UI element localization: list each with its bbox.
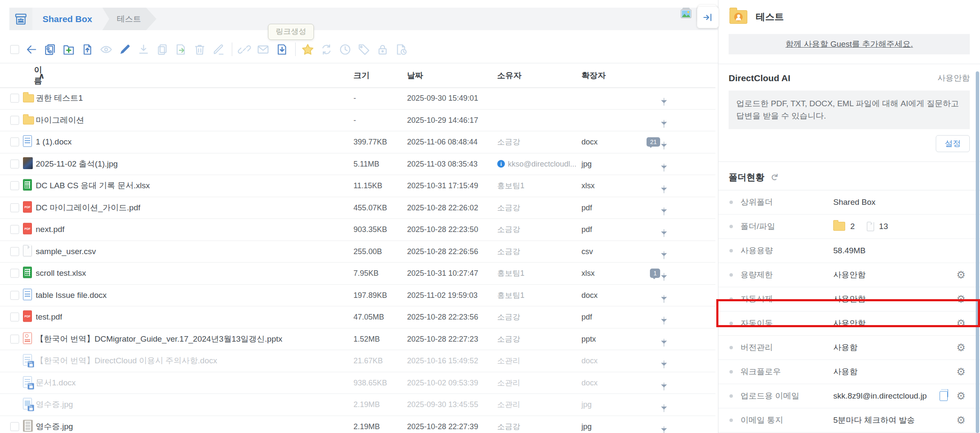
history-icon[interactable] [339, 43, 352, 56]
column-header-owner[interactable]: 소유자 [497, 70, 521, 81]
table-row[interactable]: next.pdf903.35KB2025-10-28 22:23:50소금강pd… [0, 219, 715, 241]
clipboard-move-icon[interactable] [43, 43, 57, 56]
mail-icon[interactable] [256, 43, 270, 56]
table-row[interactable]: 1 (1).docx399.77KB2025-11-06 08:48:44소금강… [0, 131, 715, 153]
file-name[interactable]: DC 마이그레이션_가이드.pdf [36, 202, 140, 213]
row-checkbox[interactable] [10, 334, 19, 343]
row-checkbox[interactable] [10, 269, 19, 278]
table-row[interactable]: DC LAB CS 응대 기록 문서.xlsx11.15KB2025-10-31… [0, 175, 715, 197]
table-row[interactable]: 영수증.jpg2.19MB2025-10-28 22:27:39소금강jpg [0, 416, 715, 433]
comment-count-badge[interactable]: 1 [650, 269, 660, 278]
row-checkbox[interactable] [10, 225, 19, 234]
gear-icon[interactable]: ⚙ [956, 391, 966, 401]
file-name[interactable]: DC LAB CS 응대 기록 문서.xlsx [36, 180, 150, 191]
sync-icon[interactable] [320, 43, 333, 56]
file-name[interactable]: test.pdf [36, 312, 62, 322]
move-icon[interactable] [174, 43, 188, 56]
row-actions-dropdown[interactable] [664, 229, 664, 237]
file-name[interactable]: table Issue file.docx [36, 291, 107, 300]
gear-icon[interactable]: ⚙ [956, 415, 966, 425]
breadcrumb-root[interactable]: Shared Box [43, 14, 92, 24]
table-row[interactable]: 영수증.jpg2.19MB2025-09-30 13:45:55소관리jpg [0, 394, 715, 416]
row-actions-dropdown[interactable] [664, 185, 664, 193]
column-header-date[interactable]: 날짜 [407, 70, 423, 81]
gear-icon[interactable]: ⚙ [956, 367, 966, 377]
row-checkbox[interactable] [10, 138, 19, 147]
tag-icon[interactable] [357, 43, 370, 56]
row-actions-dropdown[interactable] [664, 426, 664, 433]
copy-icon[interactable] [156, 43, 169, 56]
row-actions-dropdown[interactable] [664, 360, 664, 368]
refresh-icon[interactable]: ↻ [769, 173, 779, 181]
column-header-size[interactable]: 크기 [353, 70, 370, 81]
table-row[interactable]: 2025-11-02 출석(1).jpg5.11MB2025-11-03 08:… [0, 153, 715, 175]
file-name[interactable]: 문서1.docx [36, 377, 76, 388]
file-history-icon[interactable] [395, 43, 408, 56]
favorite-icon[interactable] [301, 43, 314, 56]
table-row[interactable]: table Issue file.docx197.89KB2025-11-02 … [0, 285, 715, 307]
row-actions-dropdown[interactable] [664, 295, 664, 303]
breadcrumb-current-tab[interactable]: 테스트 [103, 8, 157, 30]
file-name[interactable]: scroll test.xlsx [36, 269, 86, 278]
row-checkbox[interactable] [10, 116, 19, 125]
row-checkbox[interactable] [10, 94, 19, 103]
row-checkbox[interactable] [10, 181, 19, 190]
link-icon[interactable] [238, 43, 251, 56]
image-view-toggle[interactable] [676, 5, 696, 23]
table-row[interactable]: 문서1.docx938.65KB2025-10-02 09:53:39소관리do… [0, 372, 715, 394]
file-name[interactable]: 영수증.jpg [36, 399, 73, 410]
file-name[interactable]: 【한국어 번역】DCMigrator_Guide_ver.17_2024년3월1… [36, 334, 282, 345]
sign-icon[interactable] [212, 43, 225, 56]
collapse-panel-button[interactable] [697, 7, 718, 28]
row-checkbox[interactable] [10, 203, 19, 212]
row-actions-dropdown[interactable] [664, 404, 664, 412]
add-guest-link[interactable]: 함께 사용할 Guest를 추가해주세요. [786, 39, 913, 50]
gear-icon[interactable]: ⚙ [956, 342, 966, 353]
table-row[interactable]: 【한국어 번역】DirectCloud 이용시 주의사항.docx21.67KB… [0, 350, 715, 372]
row-actions-dropdown[interactable] [664, 382, 664, 391]
ai-settings-button[interactable]: 설정 [936, 135, 970, 152]
row-actions-dropdown[interactable] [664, 273, 664, 281]
gear-icon[interactable]: ⚙ [956, 270, 966, 280]
row-checkbox[interactable] [10, 291, 19, 300]
lock-icon[interactable] [376, 43, 389, 56]
table-row[interactable]: test.pdf47.05MB2025-10-28 22:23:56소금강pdf [0, 306, 715, 328]
file-name[interactable]: 【한국어 번역】DirectCloud 이용시 주의사항.docx [36, 355, 217, 366]
row-actions-dropdown[interactable] [664, 120, 664, 128]
back-icon[interactable] [25, 43, 38, 56]
row-actions-dropdown[interactable] [664, 339, 664, 347]
row-checkbox[interactable] [10, 422, 19, 431]
rename-icon[interactable] [118, 43, 131, 56]
row-actions-dropdown[interactable] [664, 317, 664, 325]
table-row[interactable]: scroll test.xlsx7.95KB2025-10-31 10:27:4… [0, 263, 715, 285]
table-row[interactable]: 【한국어 번역】DCMigrator_Guide_ver.17_2024년3월1… [0, 328, 715, 351]
table-row[interactable]: sample_user.csv255.00B2025-10-28 22:26:5… [0, 241, 715, 263]
table-row[interactable]: DC 마이그레이션_가이드.pdf455.07KB2025-10-28 22:2… [0, 197, 715, 219]
download-icon[interactable] [137, 43, 150, 56]
file-name[interactable]: 영수증.jpg [36, 421, 73, 432]
delete-icon[interactable] [193, 43, 206, 56]
upload-icon[interactable] [81, 43, 94, 56]
preview-icon[interactable] [100, 43, 113, 56]
column-header-ext[interactable]: 확장자 [581, 70, 606, 81]
file-name[interactable]: next.pdf [36, 225, 65, 234]
row-actions-dropdown[interactable] [664, 142, 664, 150]
row-checkbox[interactable] [10, 313, 19, 322]
file-name[interactable]: 권한 테스트1 [36, 93, 83, 104]
row-checkbox[interactable] [10, 247, 19, 256]
row-actions-dropdown[interactable] [664, 207, 664, 215]
comment-count-badge[interactable]: 21 [647, 137, 660, 147]
row-checkbox[interactable] [10, 159, 19, 168]
new-folder-icon[interactable] [62, 43, 75, 56]
row-actions-dropdown[interactable] [664, 164, 664, 172]
panel-scrollbar[interactable] [976, 71, 979, 433]
table-row[interactable]: 마이그레이션-2025-10-29 14:46:17 [0, 110, 715, 132]
row-actions-dropdown[interactable] [664, 98, 664, 106]
link-save-icon[interactable] [275, 43, 288, 56]
select-all-checkbox[interactable] [10, 45, 19, 54]
table-row[interactable]: 권한 테스트1-2025-09-30 15:49:01 [0, 88, 715, 110]
file-name[interactable]: sample_user.csv [36, 247, 96, 256]
file-name[interactable]: 1 (1).docx [36, 137, 71, 147]
row-actions-dropdown[interactable] [664, 251, 664, 259]
file-name[interactable]: 2025-11-02 출석(1).jpg [36, 158, 118, 170]
